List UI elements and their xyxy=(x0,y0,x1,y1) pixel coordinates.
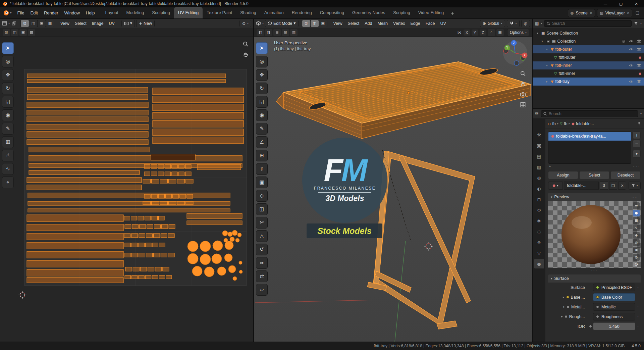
copy-material-icon[interactable]: ❏ xyxy=(609,182,617,190)
uv-editor-type-icon[interactable] xyxy=(2,21,7,26)
workspace-tab-video-editing[interactable]: Video Editing xyxy=(414,7,448,18)
workspace-tab-shading[interactable]: Shading xyxy=(236,7,260,18)
material-slot-list[interactable]: ● foldable-breakfast-tray-ta... xyxy=(548,132,631,164)
properties-tab-material[interactable]: ● xyxy=(534,259,544,268)
viewport-menu-select[interactable]: Select xyxy=(345,21,362,26)
add-workspace-button[interactable]: + xyxy=(448,7,457,19)
unlink-scene-icon[interactable]: ✕ xyxy=(590,11,592,15)
expand-icon[interactable]: ▸ xyxy=(545,80,549,83)
uv-menu-select[interactable]: Select xyxy=(72,21,89,26)
properties-tab-view-layer[interactable]: ▧ xyxy=(534,162,544,172)
uv-scale-tool[interactable]: ◱ xyxy=(2,96,14,108)
outliner-row-collection[interactable]: ▾ ▤ Collection xyxy=(533,37,644,45)
uv-move-tool[interactable]: ✥ xyxy=(2,69,14,81)
assign-button[interactable]: Assign xyxy=(548,171,578,179)
uv-select-box-tool[interactable]: ▦ xyxy=(2,136,14,148)
viewlayer-selector[interactable]: ▧ ViewLayer ✕ xyxy=(597,9,632,17)
viewport-tweak-tool[interactable]: ➤ xyxy=(256,42,268,54)
remove-slot-button[interactable]: − xyxy=(633,140,641,147)
uv-menu-uv[interactable]: UV xyxy=(106,21,117,26)
unlink-material-icon[interactable]: ✕ xyxy=(618,182,626,190)
camera-visibility-icon[interactable] xyxy=(637,79,641,84)
eye-icon[interactable] xyxy=(629,39,634,44)
viewport-editor-type-icon[interactable] xyxy=(256,21,261,26)
workspace-tab-layout[interactable]: Layout xyxy=(101,7,122,18)
preview-flat-icon[interactable]: ▬ xyxy=(633,202,640,209)
ortho-toggle-icon[interactable] xyxy=(520,102,526,108)
uv-overlay-toggle-3[interactable]: ▣ xyxy=(19,29,27,36)
snap-toggle[interactable]: ▾ xyxy=(507,20,520,27)
browse-material-button[interactable]: ● ▾ xyxy=(548,182,563,190)
menu-help[interactable]: Help xyxy=(83,10,98,15)
outliner-row-fbtt-outer[interactable]: ▾ ▼ fbtt-outer xyxy=(533,45,644,53)
expand-icon[interactable]: ▸ xyxy=(563,305,565,308)
uv-grab-tool[interactable]: ☝ xyxy=(2,150,14,161)
properties-tab-output[interactable]: ▤ xyxy=(534,152,544,161)
viewport-extrude-tool[interactable]: ⇧ xyxy=(256,163,268,175)
camera-view-icon[interactable] xyxy=(520,91,526,97)
viewport-menu-face[interactable]: Face xyxy=(423,21,438,26)
properties-editor-type-icon[interactable]: ☲ xyxy=(535,112,539,116)
expand-icon[interactable]: ▸ xyxy=(549,165,551,168)
properties-tab-world[interactable]: ◐ xyxy=(534,184,544,193)
workspace-tab-scripting[interactable]: Scripting xyxy=(389,7,414,18)
properties-tab-constraints[interactable]: ⊛ xyxy=(534,238,544,247)
checkbox-icon[interactable] xyxy=(622,39,626,44)
properties-tab-tool[interactable]: ⚒ xyxy=(534,130,544,140)
viewport-shear-tool[interactable]: ▱ xyxy=(256,284,268,296)
pan-hand-icon[interactable] xyxy=(520,81,526,87)
minimize-button[interactable]: — xyxy=(598,0,613,7)
expand-icon[interactable]: ▸ xyxy=(563,296,565,299)
uv-menu-view[interactable]: View xyxy=(58,21,72,26)
uv-annotate-tool[interactable]: ✎ xyxy=(2,123,14,135)
preview-refresh-icon[interactable]: ⟳ xyxy=(635,262,639,267)
base-color-value[interactable]: Base Color xyxy=(593,293,635,301)
viewport-transform-tool[interactable]: ◉ xyxy=(256,109,268,121)
filter-icon[interactable] xyxy=(634,21,638,26)
uv-overlay-toggle-2[interactable]: ◫ xyxy=(11,29,18,36)
preview-checker-icon[interactable]: ◓ xyxy=(633,254,640,261)
uv-vertex-mode-button[interactable]: ⊡ xyxy=(21,20,29,27)
eye-icon[interactable] xyxy=(629,63,634,68)
uv-cursor-tool[interactable]: ◎ xyxy=(2,56,14,67)
navigation-gizmo[interactable]: X Y Z xyxy=(502,40,529,66)
snap-grid-toggle[interactable]: ⊞ xyxy=(273,29,281,36)
snap-face-nearest-toggle[interactable]: ∴ xyxy=(488,29,495,36)
uv-pivot-dropdown[interactable]: ⊙ ▾ xyxy=(239,20,251,27)
uv-overlay-toggle-1[interactable]: ⊡ xyxy=(3,29,10,36)
preview-fluid-icon[interactable]: ◍ xyxy=(633,239,640,246)
preview-cloth-icon[interactable]: ◆ xyxy=(633,232,640,239)
fallback-tool-toggle[interactable]: ◧ xyxy=(257,29,264,36)
breadcrumb-material[interactable]: ● foldable... xyxy=(572,121,594,126)
viewport-spin-tool[interactable]: ↺ xyxy=(256,244,268,255)
orientation-dropdown[interactable]: ⊕ Global ▾ xyxy=(480,20,505,27)
viewport-smooth-tool[interactable]: ≈ xyxy=(256,257,268,269)
viewport-bevel-tool[interactable]: ◇ xyxy=(256,190,268,202)
breadcrumb-mesh-data[interactable]: ▽ fb xyxy=(560,121,567,126)
viewport-poly-build-tool[interactable]: △ xyxy=(256,230,268,242)
surface-panel-header[interactable]: ▾ Surface ∙∙∙∙ xyxy=(548,274,641,283)
viewport-inset-tool[interactable]: ▣ xyxy=(256,177,268,188)
uv-relax-tool[interactable]: ∿ xyxy=(2,163,14,175)
metallic-value[interactable]: Metallic xyxy=(593,303,635,311)
workspace-tab-texture-paint[interactable]: Texture Paint xyxy=(203,7,236,18)
material-slot[interactable]: ● foldable-breakfast-tray-ta... xyxy=(548,132,631,141)
ior-slider[interactable]: 1.450 xyxy=(593,322,635,330)
material-users-button[interactable]: 3 xyxy=(600,182,608,190)
viewport-measure-tool[interactable]: ∠ xyxy=(256,136,268,148)
roughness-value[interactable]: Roughness xyxy=(593,313,635,320)
properties-tab-object[interactable]: ◻ xyxy=(534,195,544,204)
workspace-tab-sculpting[interactable]: Sculpting xyxy=(148,7,174,18)
pin-icon[interactable] xyxy=(637,121,641,126)
properties-tab-modifiers[interactable]: ⚙ xyxy=(534,205,544,215)
viewport-menu-uv[interactable]: UV xyxy=(437,21,448,26)
add-slot-button[interactable]: + xyxy=(633,132,641,139)
viewport-edge-slide-tool[interactable]: ⇄ xyxy=(256,270,268,282)
vertex-select-mode-button[interactable]: ⊡ xyxy=(302,20,310,27)
face-select-mode-button[interactable]: ▣ xyxy=(319,20,327,27)
mirror-x-toggle[interactable]: X xyxy=(464,30,470,36)
viewport-canvas[interactable]: ➤◎✥↻◱◉✎∠⊞⇧▣◇◫✄△↺≈⇄▱ User Perspective (1)… xyxy=(254,37,532,342)
blender-menu-button[interactable]: ▾ xyxy=(0,10,14,16)
close-button[interactable]: ✕ xyxy=(629,0,644,7)
camera-visibility-icon[interactable] xyxy=(637,39,641,44)
